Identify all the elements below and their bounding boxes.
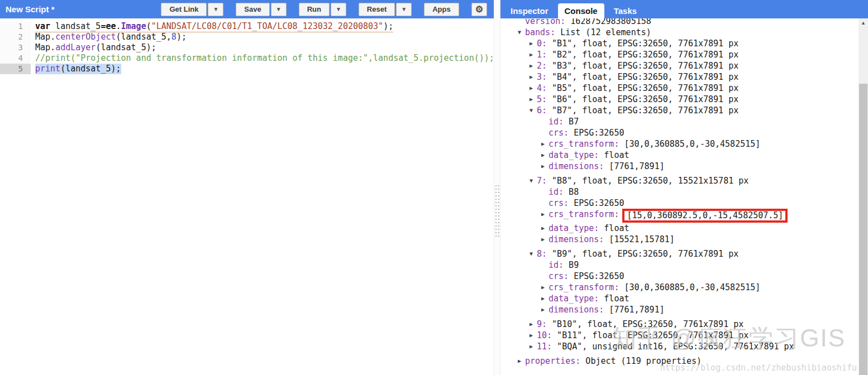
reset-group: Reset ▼ (359, 3, 412, 16)
console-row[interactable]: ▶crs_transform: [30,0,360885,0,-30,45825… (500, 138, 857, 150)
console-key: data_type: (549, 223, 599, 234)
code-editor-area[interactable]: 1var landsat_5=ee.Image("LANDSAT/LC08/C0… (0, 18, 494, 375)
expand-icon[interactable]: ▶ (541, 150, 549, 161)
expand-icon[interactable]: ▶ (541, 161, 549, 172)
expand-icon[interactable]: ▶ (541, 234, 549, 245)
console-row[interactable]: ▶2: "B3", float, EPSG:32650, 7761x7891 p… (500, 60, 857, 71)
line-number: 2 (0, 32, 31, 42)
expand-icon[interactable]: ▶ (541, 223, 549, 234)
expand-icon[interactable]: ▶ (541, 209, 549, 220)
expand-icon[interactable]: ▶ (541, 304, 549, 315)
console-key: dimensions: (549, 234, 604, 245)
console-row[interactable]: ▶crs_transform: [30,0,360885,0,-30,45825… (500, 282, 857, 293)
get-link-dropdown-icon[interactable]: ▼ (208, 3, 223, 16)
highlighted-value: [15,0,360892.5,0,-15,4582507.5] (622, 209, 788, 223)
console-row[interactable]: ▼7: "B8", float, EPSG:32650, 15521x15781… (500, 175, 857, 186)
console-key: 6: (537, 105, 547, 116)
code-line[interactable]: 3Map.addLayer(landsat_5); (0, 42, 494, 53)
console-row[interactable]: ▶4: "B5", float, EPSG:32650, 7761x7891 p… (500, 83, 857, 94)
console-row[interactable]: ▼6: "B7", float, EPSG:32650, 7761x7891 p… (500, 105, 857, 116)
expand-icon[interactable]: ▶ (530, 60, 537, 71)
tab-inspector[interactable]: Inspector (504, 3, 555, 18)
console-row[interactable]: ▶0: "B1", float, EPSG:32650, 7761x7891 p… (500, 38, 857, 49)
console-value: float (599, 223, 629, 234)
console-row[interactable]: ▶dimensions: [15521,15781] (500, 234, 857, 245)
save-dropdown-icon[interactable]: ▼ (271, 3, 287, 16)
collapse-icon[interactable]: ▼ (530, 105, 537, 116)
console-value: [7761,7891] (604, 304, 664, 315)
collapse-icon[interactable]: ▼ (530, 175, 537, 186)
console-row[interactable]: ▶1: "B2", float, EPSG:32650, 7761x7891 p… (500, 49, 857, 60)
expand-icon[interactable]: ▶ (518, 355, 525, 367)
console-row[interactable]: ▶10: "B11", float, EPSG:32650, 7761x7891… (500, 330, 857, 341)
panel-splitter[interactable] (494, 0, 500, 375)
scroll-up-arrow-icon[interactable]: ▲ (859, 18, 868, 28)
console-row[interactable]: ▶properties: Object (119 properties) (500, 355, 857, 367)
console-row[interactable]: ▶dimensions: [7761,7891] (500, 161, 857, 172)
code-line[interactable]: 5print(landsat_5); (0, 64, 494, 74)
console-row[interactable]: ▶data_type: float (500, 293, 857, 304)
expand-icon[interactable]: ▶ (530, 341, 537, 352)
console-row[interactable]: ▶data_type: float (500, 223, 857, 234)
code-lines: 1var landsat_5=ee.Image("LANDSAT/LC08/C0… (0, 21, 494, 74)
apps-button[interactable]: Apps (424, 3, 459, 16)
console-value: EPSG:32650 (569, 198, 624, 209)
expand-icon[interactable]: ▶ (530, 319, 537, 330)
console-row[interactable]: crs: EPSG:32650 (500, 127, 857, 138)
splitter-drag-handle-icon[interactable] (495, 185, 500, 238)
console-key: 8: (537, 248, 547, 259)
console-scrollbar[interactable]: ▲ (859, 18, 868, 375)
expand-icon[interactable]: ▶ (530, 330, 537, 341)
console-row[interactable]: ▶3: "B4", float, EPSG:32650, 7761x7891 p… (500, 71, 857, 83)
console-row[interactable]: ▶dimensions: [7761,7891] (500, 304, 857, 315)
console-row[interactable]: ▶5: "B6", float, EPSG:32650, 7761x7891 p… (500, 94, 857, 105)
run-button[interactable]: Run (299, 3, 330, 16)
gear-icon[interactable]: ⚙ (471, 3, 487, 16)
console-row[interactable]: ▼bands: List (12 elements) (500, 27, 857, 38)
get-link-group: Get Link ▼ (161, 3, 223, 16)
code-line[interactable]: 1var landsat_5=ee.Image("LANDSAT/LC08/C0… (0, 21, 494, 32)
reset-dropdown-icon[interactable]: ▼ (396, 3, 412, 16)
line-number: 4 (0, 53, 31, 64)
get-link-button[interactable]: Get Link (161, 3, 207, 16)
tab-tasks[interactable]: Tasks (607, 3, 643, 18)
save-button[interactable]: Save (236, 3, 269, 16)
console-row[interactable]: ▼8: "B9", float, EPSG:32650, 7761x7891 p… (500, 248, 857, 259)
code-line[interactable]: 4//print("Projection and transformation … (0, 53, 494, 64)
reset-button[interactable]: Reset (359, 3, 395, 16)
console-row[interactable]: ▶11: "BQA", unsigned int16, EPSG:32650, … (500, 341, 857, 352)
console-row[interactable]: id: B7 (500, 116, 857, 127)
console-key: crs: (549, 271, 569, 282)
console-key: crs_transform: (549, 138, 619, 150)
console-key: id: (549, 259, 564, 271)
console-row[interactable]: version: 1628752983805158 (500, 18, 857, 27)
console-key: dimensions: (549, 161, 604, 172)
expand-icon[interactable]: ▶ (541, 282, 549, 293)
expand-icon[interactable]: ▶ (530, 38, 537, 49)
console-row[interactable]: ▶crs_transform:[15,0,360892.5,0,-15,4582… (500, 209, 857, 223)
tab-console[interactable]: Console (558, 3, 604, 18)
expand-icon[interactable]: ▶ (530, 71, 537, 83)
expand-icon[interactable]: ▶ (541, 293, 549, 304)
expand-icon[interactable]: ▶ (541, 138, 549, 150)
code-line[interactable]: 2Map.centerObject(landsat_5,8); (0, 32, 494, 42)
expand-icon[interactable]: ▶ (530, 49, 537, 60)
console-row[interactable]: ▶9: "B10", float, EPSG:32650, 7761x7891 … (500, 319, 857, 330)
console-row[interactable]: id: B9 (500, 259, 857, 271)
console-key: 7: (537, 175, 547, 186)
expand-icon[interactable]: ▶ (530, 94, 537, 105)
collapse-icon[interactable]: ▼ (530, 248, 537, 259)
scrollbar-thumb[interactable] (859, 84, 867, 375)
console-value: "BQA", unsigned int16, EPSG:32650, 7761x… (552, 341, 794, 352)
console-key: 4: (537, 83, 547, 94)
console-value: "B5", float, EPSG:32650, 7761x7891 px (547, 83, 738, 94)
console-row[interactable]: ▶data_type: float (500, 150, 857, 161)
run-dropdown-icon[interactable]: ▼ (331, 3, 346, 16)
collapse-icon[interactable]: ▼ (518, 27, 525, 38)
expand-icon[interactable]: ▶ (530, 83, 537, 94)
console-row[interactable]: crs: EPSG:32650 (500, 271, 857, 282)
console-key: crs: (549, 198, 569, 209)
console-row[interactable]: id: B8 (500, 186, 857, 198)
console-key: properties: (525, 355, 580, 367)
console-row[interactable]: crs: EPSG:32650 (500, 198, 857, 209)
